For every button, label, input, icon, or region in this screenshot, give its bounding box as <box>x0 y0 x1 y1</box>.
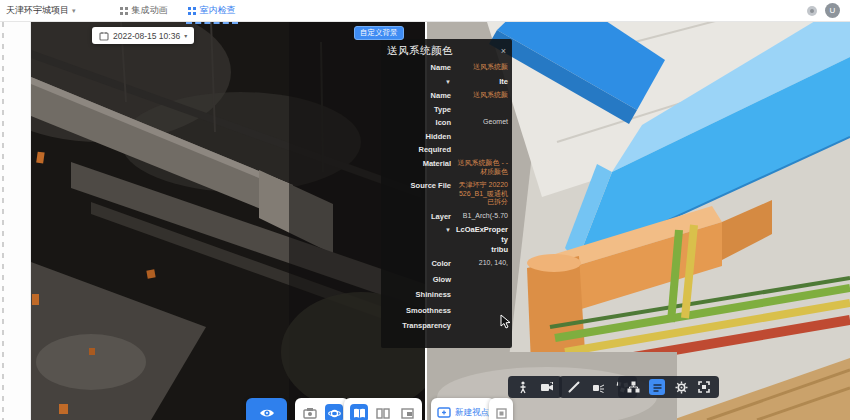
property-label: Hidden <box>387 132 451 141</box>
overlay-view-button[interactable] <box>398 404 416 420</box>
eye-icon <box>259 407 275 419</box>
book-split-button[interactable] <box>350 404 368 420</box>
open-book-icon <box>353 408 366 419</box>
project-selector[interactable]: 天津环宇城项目 ▾ <box>0 0 82 21</box>
capture-date-selector[interactable]: 2022-08-15 10:36 ▾ <box>92 27 194 44</box>
fullscreen-icon <box>698 381 710 393</box>
hierarchy-icon <box>627 381 640 393</box>
measure-pen-icon <box>568 381 580 393</box>
property-label: Shininess <box>387 290 451 299</box>
tab-label: 集成动画 <box>132 4 168 17</box>
property-row: Type <box>387 105 508 114</box>
attribute-section-header[interactable]: ▼ LcOaExProperty tribu <box>387 225 508 254</box>
chevron-down-icon: ▼ <box>387 77 451 87</box>
viewer-area: 2022-08-15 10:36 ▾ 自定义背景 送风系统颜色 × Name 送… <box>0 22 850 420</box>
camera-view-button[interactable] <box>540 380 554 394</box>
close-icon[interactable]: × <box>499 46 508 56</box>
panorama-photo <box>31 22 425 420</box>
properties-toggle-button[interactable] <box>649 379 665 395</box>
tab-indoor-inspection[interactable]: 室内检查 <box>178 0 246 21</box>
property-row: Source File 天津环宇 20220526_B1_暖通机 已拆分 <box>387 181 508 207</box>
gear-icon <box>675 381 688 394</box>
frame-icon <box>496 408 507 419</box>
property-row: Glow <box>387 275 508 284</box>
paint-button[interactable] <box>591 380 605 394</box>
walk-mode-button[interactable] <box>516 380 530 394</box>
property-value: 天津环宇 20220526_B1_暖通机 已拆分 <box>455 181 508 207</box>
camera-compare-icon <box>303 407 317 419</box>
tab-label: 室内检查 <box>200 4 236 17</box>
help-icon[interactable] <box>807 6 817 16</box>
orbit-3d-icon <box>328 407 341 420</box>
chevron-down-icon: ▼ <box>387 225 451 254</box>
property-label: Smoothness <box>387 306 451 315</box>
settings-button[interactable] <box>674 380 688 394</box>
new-viewpoint-label: 新建视点 <box>455 407 489 419</box>
chevron-down-icon: ▾ <box>72 7 76 15</box>
property-label: Name <box>387 91 451 100</box>
property-value: 送风系统颜 <box>455 91 508 100</box>
panel-title: 送风系统颜色 <box>387 44 453 58</box>
app-window: 天津环宇城项目 ▾ 集成动画 室内检查 U <box>0 0 850 420</box>
property-label: Material <box>387 159 451 168</box>
property-value: 送风系统颜 <box>455 63 508 72</box>
property-row: Name 送风系统颜 <box>387 63 508 72</box>
property-row: Color 210, 140, <box>387 259 508 268</box>
orbit-3d-button[interactable] <box>325 404 343 420</box>
model-tree-button[interactable] <box>626 380 640 394</box>
split-view-button[interactable] <box>374 404 392 420</box>
property-label: Layer <box>387 212 451 221</box>
property-label: Type <box>387 105 451 114</box>
calendar-icon <box>99 31 109 41</box>
top-bar: 天津环宇城项目 ▾ 集成动画 室内检查 U <box>0 0 850 22</box>
property-label: Icon <box>387 118 451 127</box>
item-section-header[interactable]: ▼ Ite <box>387 77 508 87</box>
fullscreen-button[interactable] <box>697 380 711 394</box>
property-row: Name 送风系统颜 <box>387 91 508 100</box>
section-title: Ite <box>455 77 508 87</box>
property-value: Geomet <box>455 118 508 127</box>
grid-icon <box>120 7 128 15</box>
avatar[interactable]: U <box>825 3 840 18</box>
capture-date: 2022-08-15 10:36 <box>113 31 180 41</box>
property-row: Smoothness <box>387 306 508 315</box>
property-row: Transparency <box>387 321 508 330</box>
chevron-down-icon: ▾ <box>184 32 187 39</box>
walk-person-icon <box>518 381 528 394</box>
section-title: LcOaExProperty tribu <box>455 225 508 254</box>
topbar-right: U <box>807 3 850 18</box>
minimap-button[interactable] <box>489 398 513 420</box>
panel-list-icon <box>652 382 663 393</box>
property-label: Glow <box>387 275 451 284</box>
panorama-photo-pane[interactable] <box>31 22 425 420</box>
tab-integrated-animation[interactable]: 集成动画 <box>110 0 178 21</box>
collapsed-sidebar[interactable] <box>0 22 31 420</box>
properties-panel: 送风系统颜色 × Name 送风系统颜 ▼ Ite Name 送风系统颜 Typ… <box>381 39 512 348</box>
project-name: 天津环宇城项目 <box>6 4 69 17</box>
custom-background-button[interactable]: 自定义背景 <box>354 26 404 40</box>
layout-toolbar <box>344 398 422 420</box>
new-viewpoint-button[interactable]: 新建视点 <box>431 398 495 420</box>
settings-toolbar <box>618 376 719 398</box>
property-label: Required <box>387 145 451 154</box>
split-view-icon <box>376 408 390 419</box>
property-row: Icon Geomet <box>387 118 508 127</box>
property-label: Color <box>387 259 451 268</box>
property-row: Material 送风系统颜色 - - 材质颜色 <box>387 159 508 177</box>
property-row: Shininess <box>387 290 508 299</box>
video-camera-icon <box>540 382 554 392</box>
property-row: Hidden <box>387 132 508 141</box>
navigation-toolbar <box>508 376 562 398</box>
overlay-view-icon <box>401 408 414 419</box>
property-label: Name <box>387 63 451 72</box>
grid-icon <box>188 7 196 15</box>
property-value: 送风系统颜色 - - 材质颜色 <box>455 159 508 177</box>
visibility-button[interactable] <box>246 398 287 420</box>
measure-button[interactable] <box>567 380 581 394</box>
property-label: Transparency <box>387 321 451 330</box>
property-value: 210, 140, <box>455 259 508 268</box>
property-row: Layer B1_Arch(-5.70 <box>387 212 508 221</box>
photo-compare-button[interactable] <box>301 404 319 420</box>
property-label: Source File <box>387 181 451 190</box>
spray-paint-icon <box>591 382 605 393</box>
